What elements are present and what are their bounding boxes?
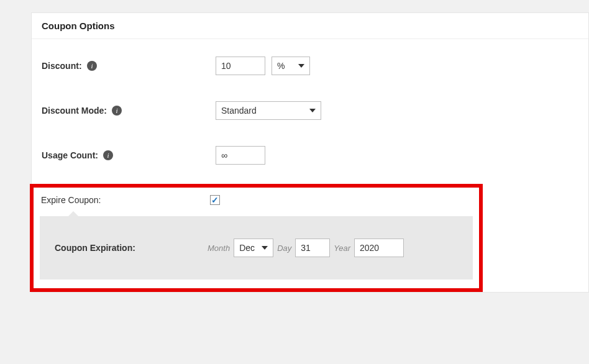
panel-body: Discount: i % Discount Mode: xyxy=(32,39,588,292)
usage-count-input[interactable] xyxy=(216,146,265,165)
discount-mode-label: Discount Mode: xyxy=(42,106,107,116)
chevron-down-icon xyxy=(298,64,304,68)
discount-unit-value: % xyxy=(277,61,285,71)
discount-unit-select[interactable]: % xyxy=(272,57,310,75)
info-icon[interactable]: i xyxy=(103,150,113,160)
year-label: Year xyxy=(334,243,350,253)
discount-row: Discount: i % xyxy=(32,52,588,96)
svg-text:i: i xyxy=(116,107,117,114)
usage-count-label: Usage Count: xyxy=(42,150,98,160)
expire-coupon-checkbox[interactable] xyxy=(210,195,220,205)
discount-mode-select[interactable]: Standard xyxy=(216,101,321,120)
info-icon[interactable]: i xyxy=(112,106,122,116)
expire-highlight-box: Expire Coupon: Coupon Expiration: xyxy=(30,184,483,292)
month-label: Month xyxy=(208,243,230,253)
discount-mode-value: Standard xyxy=(221,106,257,116)
discount-label: Discount: xyxy=(42,61,82,71)
coupon-options-panel: Coupon Options Discount: i % xyxy=(31,12,589,293)
expire-coupon-row: Expire Coupon: xyxy=(41,195,472,216)
chevron-down-icon xyxy=(262,246,268,250)
usage-count-row: Usage Count: i xyxy=(32,141,588,186)
chevron-down-icon xyxy=(309,109,316,112)
expire-coupon-label: Expire Coupon: xyxy=(41,195,101,205)
svg-text:i: i xyxy=(107,152,109,159)
month-select[interactable]: Dec xyxy=(234,239,273,257)
day-label: Day xyxy=(277,243,291,253)
svg-text:i: i xyxy=(91,62,93,70)
day-input[interactable] xyxy=(295,239,330,257)
info-icon[interactable]: i xyxy=(87,61,97,71)
panel-header: Coupon Options xyxy=(32,13,588,39)
panel-title: Coupon Options xyxy=(42,20,578,31)
coupon-expiration-panel: Coupon Expiration: Month Dec Day Y xyxy=(40,216,473,280)
discount-mode-row: Discount Mode: i Standard xyxy=(32,96,588,141)
coupon-expiration-label: Coupon Expiration: xyxy=(55,243,135,253)
year-input[interactable] xyxy=(354,239,404,257)
discount-input[interactable] xyxy=(216,57,265,75)
month-value: Dec xyxy=(239,243,255,253)
